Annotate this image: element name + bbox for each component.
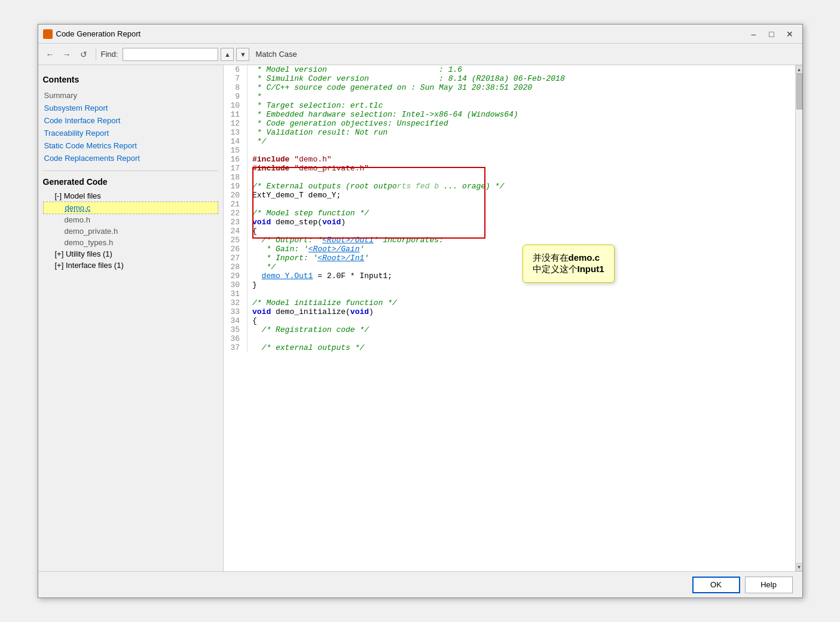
demo-h-link[interactable]: demo.h [65, 215, 90, 224]
table-row: 31 [224, 289, 795, 298]
traceability-report-link[interactable]: Traceability Report [43, 127, 218, 139]
find-prev-button[interactable]: ▲ [221, 48, 234, 61]
table-row: 14 */ [224, 137, 795, 146]
find-next-button[interactable]: ▼ [236, 48, 249, 61]
titlebar: Code Generation Report – □ ✕ [38, 25, 802, 44]
line-number: 15 [224, 146, 248, 155]
line-code: /* external outputs */ [248, 343, 795, 352]
scroll-up-arrow[interactable]: ▲ [796, 65, 802, 74]
main-content: Contents Summary Subsystem Report Code I… [38, 65, 802, 571]
line-code: * Validation result: Not run [248, 128, 795, 137]
demo-types-h-file[interactable]: demo_types.h [43, 237, 218, 248]
table-row: 25 /* Outport: '<Root>/Out1' incorporate… [224, 236, 795, 245]
line-number: 19 [224, 182, 248, 191]
table-row: 7 * Simulink Coder version : 8.14 (R2018… [224, 74, 795, 83]
forward-button[interactable]: → [60, 47, 74, 62]
main-window: Code Generation Report – □ ✕ ← → ↺ Find:… [38, 24, 803, 598]
line-number: 28 [224, 263, 248, 272]
demo-h-file[interactable]: demo.h [43, 214, 218, 225]
line-number: 26 [224, 245, 248, 254]
demo-private-h-file[interactable]: demo_private.h [43, 225, 218, 237]
demo-types-h-link[interactable]: demo_types.h [65, 238, 114, 247]
line-code: /* Registration code */ [248, 325, 795, 334]
demo-c-link[interactable]: demo.c [65, 203, 91, 212]
scrollbar-thumb[interactable] [796, 74, 802, 109]
line-number: 37 [224, 343, 248, 352]
scrollbar-track[interactable] [796, 74, 802, 563]
line-code: { [248, 227, 795, 236]
line-number: 31 [224, 289, 248, 298]
line-code [248, 334, 795, 343]
line-number: 16 [224, 155, 248, 164]
find-input[interactable] [123, 48, 218, 61]
right-scrollbar[interactable]: ▲ ▼ [795, 65, 802, 571]
scroll-down-arrow[interactable]: ▼ [796, 563, 802, 571]
line-code: * Target selection: ert.tlc [248, 101, 795, 110]
line-code: * [248, 92, 795, 101]
line-number: 9 [224, 92, 248, 101]
app-icon [43, 29, 53, 39]
code-panel: 6 * Model version : 1.67 * Simulink Code… [224, 65, 795, 571]
table-row: 8 * C/C++ source code generated on : Sun… [224, 83, 795, 92]
table-row: 26 * Gain: '<Root>/Gain' [224, 245, 795, 254]
line-code: demo_Y.Out1 = 2.0F * Input1; [248, 272, 795, 280]
static-code-metrics-link[interactable]: Static Code Metrics Report [43, 139, 218, 152]
table-row: 29 demo_Y.Out1 = 2.0F * Input1; [224, 272, 795, 280]
line-code: { [248, 316, 795, 325]
line-code: /* Outport: '<Root>/Out1' incorporates: [248, 236, 795, 245]
table-row: 16#include "demo.h" [224, 155, 795, 164]
line-code: void demo_step(void) [248, 218, 795, 227]
line-code: /* External outputs (root outports fed b… [248, 182, 795, 191]
tooltip-popup: 并没有在demo.c 中定义这个Input1 [523, 245, 615, 283]
sidebar-divider [43, 170, 218, 171]
table-row: 22/* Model step function */ [224, 209, 795, 218]
toolbar: ← → ↺ Find: ▲ ▼ Match Case [38, 44, 802, 65]
close-button[interactable]: ✕ [782, 28, 798, 40]
table-row: 17#include "demo_private.h" [224, 164, 795, 173]
summary-link[interactable]: Summary [43, 89, 218, 102]
help-button[interactable]: Help [745, 577, 793, 593]
table-row: 21 [224, 200, 795, 209]
maximize-button[interactable]: □ [764, 28, 780, 40]
table-row: 12 * Code generation objectives: Unspeci… [224, 119, 795, 128]
table-row: 11 * Embedded hardware selection: Intel-… [224, 110, 795, 119]
subsystem-report-link[interactable]: Subsystem Report [43, 102, 218, 114]
contents-title: Contents [43, 75, 218, 84]
line-number: 34 [224, 316, 248, 325]
line-code: * Gain: '<Root>/Gain' [248, 245, 795, 254]
tooltip-bold-input1: Input1 [578, 264, 604, 274]
window-title: Code Generation Report [56, 29, 746, 38]
demo-c-file[interactable]: demo.c [43, 202, 218, 214]
line-number: 12 [224, 119, 248, 128]
table-row: 27 * Inport: '<Root>/In1' [224, 254, 795, 263]
line-code [248, 200, 795, 209]
table-row: 20ExtY_demo_T demo_Y; [224, 191, 795, 200]
interface-files-group[interactable]: [+] Interface files (1) [43, 260, 218, 271]
line-code: */ [248, 263, 795, 272]
line-code: */ [248, 137, 795, 146]
table-row: 33void demo_initialize(void) [224, 307, 795, 316]
table-row: 19/* External outputs (root outports fed… [224, 182, 795, 191]
line-number: 33 [224, 307, 248, 316]
line-number: 17 [224, 164, 248, 173]
line-code: /* Model initialize function */ [248, 298, 795, 307]
utility-files-group[interactable]: [+] Utility files (1) [43, 248, 218, 260]
table-row: 35 /* Registration code */ [224, 325, 795, 334]
line-code: #include "demo_private.h" [248, 164, 795, 173]
table-row: 34{ [224, 316, 795, 325]
line-code: /* Model step function */ [248, 209, 795, 218]
model-files-group: [-] Model files [43, 190, 218, 202]
line-number: 35 [224, 325, 248, 334]
code-interface-report-link[interactable]: Code Interface Report [43, 114, 218, 127]
code-scroll-area[interactable]: 6 * Model version : 1.67 * Simulink Code… [224, 65, 795, 571]
table-row: 18 [224, 173, 795, 182]
minimize-button[interactable]: – [746, 28, 762, 40]
line-number: 10 [224, 101, 248, 110]
back-button[interactable]: ← [43, 47, 57, 62]
code-replacements-link[interactable]: Code Replacements Report [43, 152, 218, 164]
line-number: 30 [224, 280, 248, 289]
ok-button[interactable]: OK [692, 577, 740, 593]
bottom-bar: OK Help [38, 571, 802, 597]
demo-private-h-link[interactable]: demo_private.h [65, 227, 118, 236]
refresh-button[interactable]: ↺ [77, 47, 91, 62]
